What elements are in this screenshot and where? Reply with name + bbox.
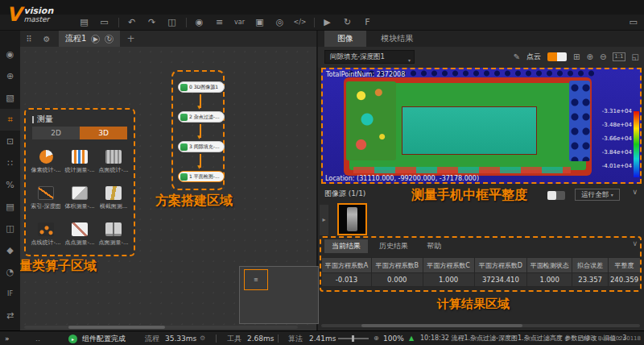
- tab-module-result[interactable]: 模块结果: [366, 31, 427, 47]
- source-toggle[interactable]: [547, 191, 565, 200]
- variable-icon[interactable]: var: [232, 15, 247, 30]
- fullscreen-icon[interactable]: ◱: [632, 52, 639, 61]
- calibration-icon[interactable]: ∷: [0, 152, 20, 174]
- camera-icon[interactable]: ◉: [192, 15, 207, 30]
- communication-icon[interactable]: ◎: [272, 15, 287, 30]
- results-scrollbar-thumb[interactable]: [361, 324, 522, 327]
- operator-index-depthmap[interactable]: 索引-深度图: [29, 180, 63, 216]
- undo-icon[interactable]: ↶: [124, 15, 139, 30]
- phone-depth-image: [344, 77, 592, 176]
- script-icon[interactable]: </>: [292, 15, 308, 30]
- canvas-minimap[interactable]: ≡: [239, 266, 319, 324]
- table-row[interactable]: -0.013 0.000 1.000 37234.410 1.000 23.35…: [322, 273, 641, 287]
- tab-help[interactable]: 帮助: [419, 239, 448, 253]
- tab-image[interactable]: 图像: [324, 31, 366, 47]
- run-all-dropdown[interactable]: 运行全部 ▾: [575, 189, 620, 201]
- right-panel: 图像 模块结果 间隙填充-深度图1 ▾ ✎ 点云 ⊞ ⊕ ⊖ 1:1 ◱ Tot…: [318, 31, 644, 330]
- zoom-slider-knob[interactable]: [352, 335, 354, 342]
- operator-point-plane-stats[interactable]: 点面统计-...: [97, 143, 130, 180]
- module-icon[interactable]: ▣: [252, 15, 267, 30]
- flow-node-noise-filter[interactable]: 2 杂点过滤-...: [178, 111, 225, 123]
- logo-line1: vision: [24, 6, 54, 15]
- logo-line2: master: [24, 15, 54, 23]
- compare-icon[interactable]: ◫: [0, 218, 20, 239]
- recognition-icon[interactable]: ⊡: [0, 131, 20, 152]
- flow-node-image-source[interactable]: 0 3D图像源1: [178, 81, 225, 93]
- node-status-icon: [180, 143, 188, 151]
- battery-region: [402, 106, 537, 155]
- save-icon[interactable]: ▤: [76, 15, 92, 30]
- pencil-icon[interactable]: ✎: [514, 52, 520, 61]
- flow-node-plane-detect[interactable]: 1 平面检测-...: [178, 171, 225, 182]
- image-process-icon[interactable]: ▧: [0, 87, 20, 109]
- magnifier-icon: ⊕: [374, 331, 379, 345]
- operator-point-point-measure[interactable]: 点点测量-...: [63, 216, 97, 252]
- run-once-icon[interactable]: ▶: [320, 15, 335, 30]
- strip-collapse-icon[interactable]: »: [5, 331, 10, 345]
- collapse-chevron-icon[interactable]: ∨: [632, 188, 638, 196]
- layout-icon[interactable]: ◫: [164, 15, 180, 30]
- flow-run-icon[interactable]: ▶: [91, 35, 100, 44]
- fit-view-icon[interactable]: ⊞: [573, 52, 580, 61]
- measure-icon[interactable]: ⌗: [0, 109, 20, 131]
- add-flow-tab-button[interactable]: +: [126, 33, 134, 44]
- f-block-icon[interactable]: F: [360, 15, 375, 30]
- minimap-viewport-box[interactable]: ≡: [244, 269, 268, 290]
- one-to-one-icon[interactable]: 1:1: [613, 52, 625, 61]
- status-separator: [216, 335, 217, 343]
- cell-coef-b: 0.000: [371, 273, 423, 287]
- image-source-strip: 图像源 (1/1) ∨ 运行全部 ▾ ▸ 测量手机中框平整度: [318, 184, 644, 239]
- flow-tab-label: 流程1: [65, 33, 86, 44]
- canvas-scrollbar[interactable]: [24, 326, 298, 329]
- color-icon[interactable]: ◆: [0, 239, 20, 261]
- operator-panel: 测量 2D 3D 像素统计-... 统计测量-... 点面统计-... 索引-深…: [24, 108, 135, 256]
- flow-tab[interactable]: 流程1 ▶ ↻: [59, 31, 120, 47]
- history-icon[interactable]: ◔: [0, 261, 20, 283]
- results-chevron-icon[interactable]: ∨: [632, 239, 638, 247]
- results-scrollbar[interactable]: [321, 324, 640, 327]
- tab-history-result[interactable]: 历史结果: [371, 239, 416, 253]
- operator-stat-measure[interactable]: 统计测量-...: [63, 143, 97, 180]
- camera-source-icon[interactable]: ◉: [0, 44, 20, 65]
- depth-profile-icon: [38, 186, 54, 200]
- statusbar-dots-icon[interactable]: ‥: [35, 331, 40, 345]
- tab-current-result[interactable]: 当前结果: [324, 239, 368, 253]
- redo-icon[interactable]: ↷: [144, 15, 159, 30]
- operator-volume-measure[interactable]: 体积测量-...: [63, 180, 97, 216]
- node-status-icon: [180, 84, 188, 91]
- io-list-icon[interactable]: ≡: [212, 15, 227, 30]
- tab-3d[interactable]: 3D: [80, 127, 127, 139]
- toolbar-separator: [186, 18, 187, 27]
- image-toolbar: 间隙填充-深度图1 ▾ ✎ 点云 ⊞ ⊕ ⊖ 1:1 ◱: [318, 47, 644, 68]
- communication-switch-icon[interactable]: ⇄: [0, 305, 20, 326]
- scale-label: -4.01e+04: [602, 163, 632, 169]
- run-continuous-icon[interactable]: ↻: [340, 15, 355, 30]
- open-icon[interactable]: ▭: [97, 15, 112, 30]
- image-viewport[interactable]: TotalPointNum: 2372008 Location: (31110.…: [321, 68, 642, 184]
- gear-small-icon[interactable]: ⚙: [200, 331, 205, 345]
- tab-2d[interactable]: 2D: [32, 127, 80, 139]
- bottom-edge-region: [353, 167, 571, 173]
- scatter-points-icon: [38, 222, 54, 236]
- wrench-icon[interactable]: ⚙: [38, 35, 56, 44]
- folder-icon[interactable]: ▭: [630, 15, 638, 31]
- thumbnail-nav-button[interactable]: ▸: [320, 205, 328, 235]
- image-thumbnail[interactable]: [337, 203, 367, 235]
- flow-node-gap-fill[interactable]: 3 间隙填充-...: [178, 141, 225, 152]
- col-coef-c: 平面方程系数C: [423, 258, 474, 273]
- canvas-scrollbar-thumb[interactable]: [68, 326, 165, 329]
- locate-icon[interactable]: ⊕: [0, 65, 20, 87]
- hierarchy-icon[interactable]: ⠿: [20, 35, 38, 44]
- flow-loop-run-icon[interactable]: ↻: [105, 35, 114, 44]
- operator-cross-section[interactable]: 横截面测...: [97, 180, 130, 216]
- zoom-in-icon[interactable]: ⊕: [587, 52, 593, 61]
- logic-if-icon[interactable]: IF: [0, 283, 20, 305]
- defect-icon[interactable]: %: [0, 174, 20, 196]
- image-save-icon[interactable]: ▤: [0, 196, 20, 218]
- operator-pixel-stats[interactable]: 像素统计-...: [29, 143, 63, 180]
- point-cloud-toggle[interactable]: [547, 52, 567, 61]
- operator-point-plane-measure[interactable]: 点面测量-...: [97, 216, 130, 252]
- image-source-select[interactable]: 间隙填充-深度图1: [324, 50, 415, 64]
- zoom-out-icon[interactable]: ⊖: [600, 52, 606, 61]
- operator-point-line-stats[interactable]: 点线统计-...: [29, 216, 63, 252]
